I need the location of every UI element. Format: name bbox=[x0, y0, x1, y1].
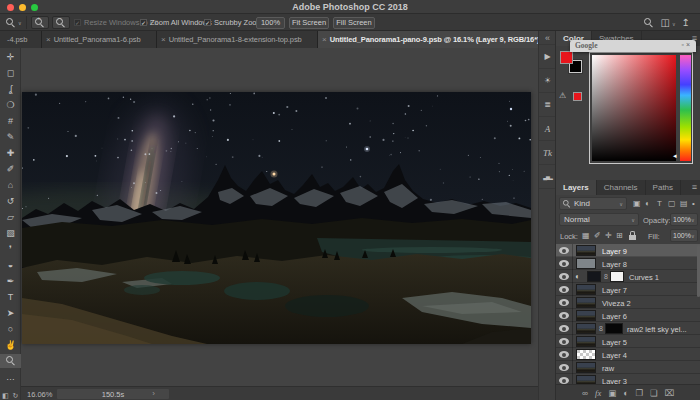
tool-gradient[interactable]: ▧ bbox=[0, 226, 21, 240]
new-adjustment-layer-icon[interactable]: ◐ bbox=[623, 388, 628, 398]
collapse-panels-icon[interactable]: « bbox=[539, 31, 556, 45]
blend-mode-select[interactable]: Normal ∨ bbox=[559, 213, 639, 226]
close-tab-icon[interactable]: × bbox=[46, 35, 51, 44]
lock-transparency-icon[interactable]: ▦ bbox=[582, 231, 590, 240]
new-group-icon[interactable]: ❐ bbox=[635, 388, 643, 398]
foreground-color-swatch[interactable] bbox=[560, 51, 573, 64]
zoom-in-button[interactable]: + bbox=[31, 16, 49, 29]
add-layer-mask-icon[interactable]: ▣ bbox=[608, 388, 616, 398]
eye-icon[interactable] bbox=[559, 312, 569, 319]
lock-artboard-icon[interactable]: ⊞ bbox=[616, 231, 623, 240]
tool-lasso[interactable]: ʆ bbox=[0, 82, 21, 96]
saturation-brightness-field[interactable] bbox=[592, 55, 676, 161]
layer-row[interactable]: Layer 9 bbox=[556, 244, 700, 257]
eye-icon[interactable] bbox=[559, 325, 569, 332]
fill-screen-button[interactable]: Fill Screen bbox=[333, 17, 375, 29]
eye-icon[interactable] bbox=[559, 299, 569, 306]
panel-menu-icon[interactable]: ≡ bbox=[692, 182, 697, 192]
layer-thumbnail[interactable] bbox=[576, 336, 596, 347]
tool-crop[interactable]: # bbox=[0, 114, 21, 128]
eye-icon[interactable] bbox=[559, 377, 569, 384]
search-icon[interactable] bbox=[644, 18, 654, 28]
document-tab[interactable]: × Untitled_Panorama1-8-extension-top.psb bbox=[157, 31, 318, 48]
layer-row[interactable]: Layer 6 bbox=[556, 309, 700, 322]
layer-mask-thumbnail[interactable] bbox=[610, 271, 624, 282]
tool-quick-selection[interactable]: ❍ bbox=[0, 98, 21, 112]
zoom-out-button[interactable]: − bbox=[52, 16, 70, 29]
document-tab[interactable]: -4.psb bbox=[0, 31, 42, 48]
eye-icon[interactable] bbox=[559, 273, 569, 280]
document-tab-active[interactable]: × Untitled_Panorama1-pano-9.psb @ 16.1% … bbox=[318, 31, 548, 48]
document-info[interactable]: 150.5s › bbox=[57, 389, 169, 399]
layer-thumbnail[interactable] bbox=[576, 362, 596, 373]
delete-layer-icon[interactable]: ⌧ bbox=[665, 388, 675, 398]
tool-pen[interactable]: ✒ bbox=[0, 274, 21, 288]
eye-icon[interactable] bbox=[559, 286, 569, 293]
lock-all-icon[interactable] bbox=[629, 235, 636, 240]
gamut-warning-icon[interactable]: ⚠ bbox=[559, 91, 566, 100]
layer-row-masked[interactable]: 8 raw2 left sky yel... bbox=[556, 322, 700, 335]
close-tab-icon[interactable]: × bbox=[322, 35, 327, 44]
tool-blur[interactable]: ❜ bbox=[0, 242, 21, 256]
layer-row-adjustment[interactable]: ◐ 8 Curves 1 bbox=[556, 270, 700, 283]
toolbar-more-button[interactable]: … bbox=[0, 370, 21, 384]
layer-thumbnail[interactable] bbox=[576, 258, 596, 269]
opacity-select[interactable]: 100% ∨ bbox=[670, 213, 698, 226]
status-chevron-icon[interactable]: › bbox=[152, 389, 155, 398]
tool-history-brush[interactable]: ↺ bbox=[0, 194, 21, 208]
tab-paths[interactable]: Paths bbox=[646, 180, 681, 195]
lock-position-icon[interactable]: ✛ bbox=[605, 231, 612, 240]
tool-eyedropper[interactable]: ✎ bbox=[0, 130, 21, 144]
tool-dodge[interactable]: ◒ bbox=[0, 258, 21, 272]
layer-row[interactable]: Viveza 2 bbox=[556, 296, 700, 309]
layer-thumbnail[interactable] bbox=[576, 284, 596, 295]
eye-icon[interactable] bbox=[559, 247, 569, 254]
tool-clone-stamp[interactable]: ⌂ bbox=[0, 178, 21, 192]
glyphs-panel-icon[interactable]: A bbox=[539, 117, 556, 141]
layer-row[interactable]: Layer 3 bbox=[556, 374, 700, 384]
layer-thumbnail[interactable] bbox=[576, 310, 596, 321]
tool-shape[interactable]: ○ bbox=[0, 322, 21, 336]
layer-thumbnail[interactable] bbox=[576, 297, 596, 308]
link-layers-icon[interactable]: ∞ bbox=[582, 388, 588, 398]
layer-row[interactable]: Layer 7 bbox=[556, 283, 700, 296]
adjustment-layer-filter-icon[interactable]: ◐ bbox=[645, 199, 650, 208]
new-layer-icon[interactable]: ❏ bbox=[650, 388, 658, 398]
tab-layers[interactable]: Layers bbox=[556, 180, 597, 195]
tool-brush[interactable]: ✐ bbox=[0, 162, 21, 176]
eye-icon[interactable] bbox=[559, 260, 569, 267]
zoom-tool-preset[interactable]: ∨ bbox=[6, 14, 22, 31]
layer-thumbnail[interactable] bbox=[576, 245, 596, 256]
tool-type[interactable]: T bbox=[0, 290, 21, 304]
layer-row[interactable]: Layer 5 bbox=[556, 335, 700, 348]
tool-eraser[interactable]: ▱ bbox=[0, 210, 21, 224]
eye-icon[interactable] bbox=[559, 364, 569, 371]
layer-row[interactable]: Layer 4 bbox=[556, 348, 700, 361]
tool-move[interactable]: ✛ bbox=[0, 50, 21, 64]
pixel-layer-filter-icon[interactable]: ▣ bbox=[633, 199, 641, 208]
zoom-100-button[interactable]: 100% bbox=[256, 17, 285, 29]
lock-pixels-icon[interactable]: ✐ bbox=[594, 231, 601, 240]
workspace-switcher[interactable]: ◫∨ bbox=[660, 17, 675, 28]
type-layer-filter-icon[interactable]: T bbox=[657, 199, 662, 208]
layer-thumbnail[interactable] bbox=[576, 349, 596, 360]
tool-hand[interactable]: ✌ bbox=[0, 338, 21, 352]
scrubby-zoom-checkbox[interactable]: ✓ Scrubby Zoom bbox=[204, 14, 263, 31]
document-tab[interactable]: × Untitled_Panorama1-6.psb bbox=[42, 31, 157, 48]
actions-panel-icon[interactable]: ▶ bbox=[539, 45, 556, 69]
layer-row[interactable]: raw bbox=[556, 361, 700, 374]
layer-effects-icon[interactable]: fx bbox=[595, 388, 601, 398]
smart-object-filter-icon[interactable]: ▤ bbox=[680, 199, 688, 208]
layer-thumbnail[interactable] bbox=[576, 375, 596, 384]
layer-mask-thumbnail[interactable] bbox=[605, 323, 623, 334]
tool-marquee[interactable]: ◻ bbox=[0, 66, 21, 80]
overlay-window-buttons[interactable]: ▫× bbox=[681, 41, 692, 48]
shape-layer-filter-icon[interactable]: ▢ bbox=[668, 199, 676, 208]
eye-icon[interactable] bbox=[559, 338, 569, 345]
fill-select[interactable]: 100% ∨ bbox=[670, 229, 698, 242]
tool-zoom[interactable] bbox=[0, 354, 21, 368]
color-panel-swatches[interactable] bbox=[560, 51, 584, 75]
histogram-panel-icon[interactable]: ▃▅▂ bbox=[539, 165, 556, 189]
hue-slider[interactable] bbox=[680, 55, 691, 161]
tool-path-select[interactable]: ➤ bbox=[0, 306, 21, 320]
